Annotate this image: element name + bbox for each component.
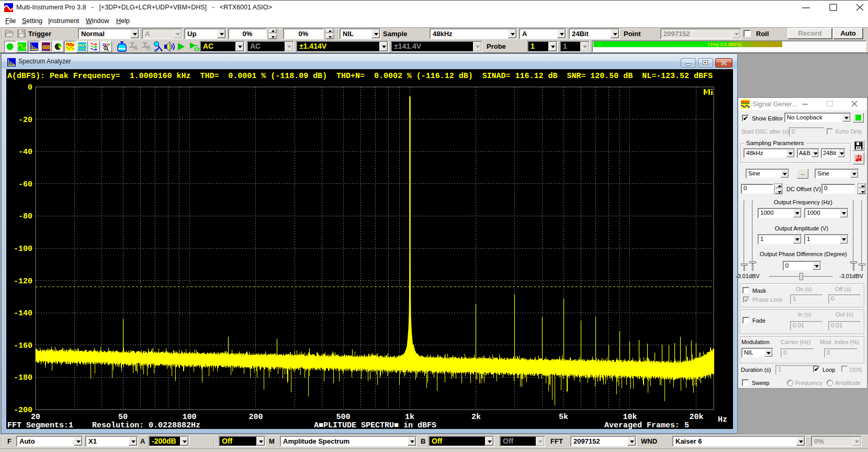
svg-text:A(dBFS): Peak Frequency= 1.00: A(dBFS): Peak Frequency= 1.0000160 kHz T…: [7, 72, 713, 81]
svg-text:500: 500: [336, 413, 350, 422]
svg-text:-40: -40: [18, 148, 32, 157]
svg-text:-120: -120: [14, 277, 32, 286]
svg-text:50: 50: [118, 413, 128, 422]
svg-text:Hz: Hz: [718, 415, 727, 424]
svg-text:1k: 1k: [405, 413, 414, 422]
svg-text:-80: -80: [18, 212, 32, 221]
svg-text:20k: 20k: [689, 413, 703, 422]
svg-text:P: P: [108, 42, 110, 47]
svg-text:-180: -180: [14, 373, 32, 382]
svg-text:0: 0: [28, 83, 32, 92]
svg-text:5k: 5k: [559, 413, 568, 422]
svg-text:-60: -60: [18, 180, 32, 189]
svg-text:Averaged Frames: 5: Averaged Frames: 5: [604, 421, 689, 429]
svg-text:-160: -160: [14, 341, 32, 350]
svg-text:DUT: DUT: [78, 43, 86, 48]
svg-text:200: 200: [249, 413, 263, 422]
svg-text:10k: 10k: [623, 413, 637, 422]
svg-text:A■PLITUDE SPECTRU■ in dBFS: A■PLITUDE SPECTRU■ in dBFS: [314, 421, 436, 429]
svg-text:2k: 2k: [471, 413, 481, 422]
svg-text:-20: -20: [18, 116, 32, 125]
svg-text:-200: -200: [14, 406, 32, 415]
svg-text:20: 20: [31, 413, 40, 422]
svg-text:-100: -100: [14, 245, 32, 253]
svg-text:A: A: [134, 45, 138, 51]
svg-text:B: B: [146, 45, 150, 51]
svg-text:888: 888: [42, 45, 50, 50]
svg-text:100: 100: [182, 413, 196, 422]
svg-text:-140: -140: [14, 309, 32, 318]
svg-text:FFT Segments:1 Resolution:: FFT Segments:1 Resolution: 0.0228882Hz: [7, 421, 200, 429]
